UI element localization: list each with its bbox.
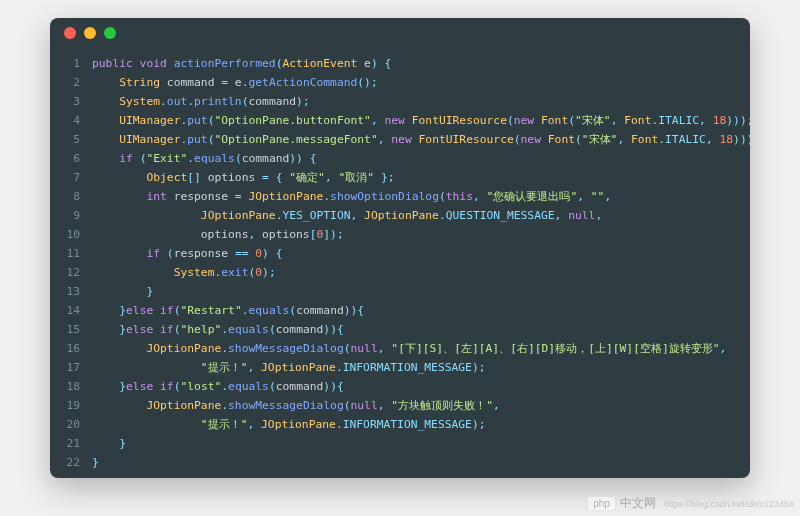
watermark-url: https://blog.csdn.net/dkm123456 (664, 499, 794, 509)
code-line: "提示！", JOptionPane.INFORMATION_MESSAGE); (92, 358, 750, 377)
line-number: 3 (58, 92, 80, 111)
code-line: UIManager.put("OptionPane.messageFont", … (92, 130, 750, 149)
line-number: 18 (58, 377, 80, 396)
line-number: 14 (58, 301, 80, 320)
code-line: System.out.println(command); (92, 92, 750, 111)
line-number: 13 (58, 282, 80, 301)
code-line: }else if("lost".equals(command)){ (92, 377, 750, 396)
close-icon[interactable] (64, 27, 76, 39)
maximize-icon[interactable] (104, 27, 116, 39)
line-number: 22 (58, 453, 80, 472)
line-number: 9 (58, 206, 80, 225)
code-area: 12345678910111213141516171819202122 publ… (50, 48, 750, 478)
watermark-text: 中文网 (620, 495, 656, 512)
code-line: System.exit(0); (92, 263, 750, 282)
line-number: 2 (58, 73, 80, 92)
line-number-gutter: 12345678910111213141516171819202122 (58, 54, 92, 472)
code-line: UIManager.put("OptionPane.buttonFont", n… (92, 111, 750, 130)
code-line: String command = e.getActionCommand(); (92, 73, 750, 92)
line-number: 15 (58, 320, 80, 339)
window-titlebar (50, 18, 750, 48)
code-line: } (92, 434, 750, 453)
watermark-logo: php (587, 496, 616, 511)
code-line: if ("Exit".equals(command)) { (92, 149, 750, 168)
code-line: JOptionPane.showMessageDialog(null, "[下]… (92, 339, 750, 358)
line-number: 4 (58, 111, 80, 130)
line-number: 21 (58, 434, 80, 453)
line-number: 12 (58, 263, 80, 282)
line-number: 5 (58, 130, 80, 149)
line-number: 10 (58, 225, 80, 244)
code-line: } (92, 282, 750, 301)
code-line: } (92, 453, 750, 472)
code-content: public void actionPerformed(ActionEvent … (92, 54, 750, 472)
line-number: 19 (58, 396, 80, 415)
minimize-icon[interactable] (84, 27, 96, 39)
code-line: public void actionPerformed(ActionEvent … (92, 54, 750, 73)
line-number: 8 (58, 187, 80, 206)
line-number: 16 (58, 339, 80, 358)
code-line: }else if("Restart".equals(command)){ (92, 301, 750, 320)
line-number: 11 (58, 244, 80, 263)
code-line: if (response == 0) { (92, 244, 750, 263)
code-line: JOptionPane.YES_OPTION, JOptionPane.QUES… (92, 206, 750, 225)
watermark: php 中文网 https://blog.csdn.net/dkm123456 (587, 495, 794, 512)
line-number: 1 (58, 54, 80, 73)
code-line: options, options[0]); (92, 225, 750, 244)
line-number: 17 (58, 358, 80, 377)
line-number: 6 (58, 149, 80, 168)
code-line: int response = JOptionPane.showOptionDia… (92, 187, 750, 206)
code-window: 12345678910111213141516171819202122 publ… (50, 18, 750, 478)
code-line: Object[] options = { "确定", "取消" }; (92, 168, 750, 187)
code-line: "提示！", JOptionPane.INFORMATION_MESSAGE); (92, 415, 750, 434)
code-line: }else if("help".equals(command)){ (92, 320, 750, 339)
line-number: 20 (58, 415, 80, 434)
code-line: JOptionPane.showMessageDialog(null, "方块触… (92, 396, 750, 415)
line-number: 7 (58, 168, 80, 187)
